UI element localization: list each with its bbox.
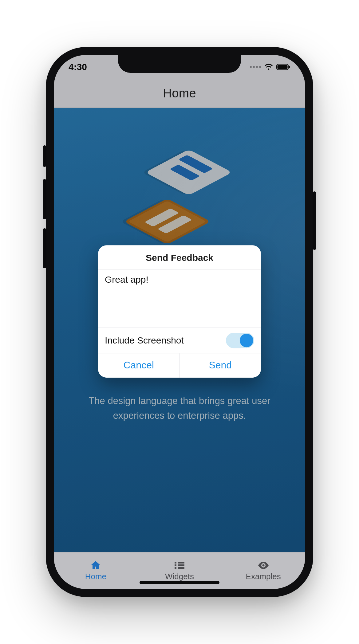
nav-bar: Home xyxy=(54,79,305,108)
toggle-knob-icon xyxy=(240,334,253,347)
svg-rect-3 xyxy=(175,562,176,564)
battery-icon xyxy=(276,64,290,70)
home-indicator[interactable] xyxy=(140,581,219,584)
feedback-input[interactable]: Great app! xyxy=(105,274,254,285)
include-screenshot-toggle[interactable] xyxy=(226,333,254,348)
svg-rect-6 xyxy=(178,564,184,566)
send-button[interactable]: Send xyxy=(180,353,261,378)
dialog-actions: Cancel Send xyxy=(98,353,261,378)
svg-rect-2 xyxy=(289,66,290,68)
tab-widgets-label: Widgets xyxy=(165,572,194,581)
screen: 4:30 Home xyxy=(54,55,305,589)
home-icon xyxy=(90,560,101,571)
svg-rect-1 xyxy=(278,65,288,69)
svg-rect-8 xyxy=(178,567,184,569)
svg-rect-5 xyxy=(175,564,176,566)
svg-point-9 xyxy=(262,564,264,567)
page-title: Home xyxy=(163,86,196,100)
svg-rect-4 xyxy=(178,562,184,564)
tab-home-label: Home xyxy=(85,572,106,581)
volume-up-button[interactable] xyxy=(43,179,46,219)
tab-home[interactable]: Home xyxy=(54,552,138,589)
eye-icon xyxy=(257,560,270,571)
status-right xyxy=(250,64,290,70)
cancel-button[interactable]: Cancel xyxy=(98,353,180,378)
tab-examples-label: Examples xyxy=(246,572,281,581)
volume-down-button[interactable] xyxy=(43,228,46,268)
dialog-title: Send Feedback xyxy=(98,245,261,269)
svg-rect-7 xyxy=(175,567,176,569)
stage: 4:30 Home xyxy=(0,0,359,644)
power-button[interactable] xyxy=(313,191,316,250)
status-time: 4:30 xyxy=(69,62,87,72)
device-notch xyxy=(118,55,241,73)
list-icon xyxy=(174,560,185,571)
include-screenshot-row: Include Screenshot xyxy=(98,328,261,353)
wifi-icon xyxy=(264,64,273,70)
include-screenshot-label: Include Screenshot xyxy=(105,335,184,346)
dialog-body: Great app! xyxy=(98,269,261,328)
feedback-dialog: Send Feedback Great app! Include Screens… xyxy=(98,245,261,378)
main-content: AtlasUI The design language that brings … xyxy=(54,108,305,552)
tab-examples[interactable]: Examples xyxy=(221,552,305,589)
cellular-dots-icon xyxy=(250,66,261,68)
device-frame: 4:30 Home xyxy=(46,47,313,597)
mute-switch[interactable] xyxy=(43,145,46,167)
